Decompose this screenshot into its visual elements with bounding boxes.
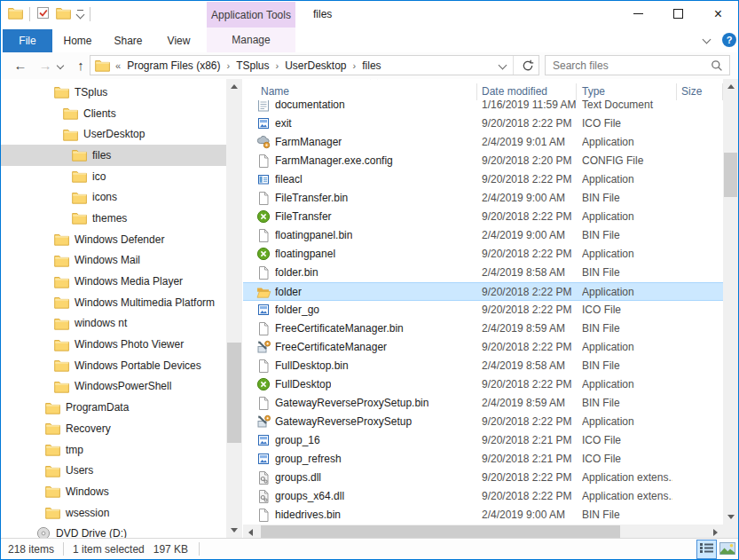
tab-share[interactable]: Share xyxy=(103,29,153,52)
tree-item-users[interactable]: Users xyxy=(1,460,226,481)
list-scrollbar-thumb[interactable] xyxy=(724,153,737,197)
search-icon[interactable] xyxy=(711,59,723,72)
tree-item-windows-defender[interactable]: Windows Defender xyxy=(1,229,226,250)
address-dropdown-chevron-icon[interactable] xyxy=(499,61,507,70)
list-scroll-down-icon[interactable] xyxy=(723,509,738,525)
tree-item-windows-photo-viewer[interactable]: Windows Photo Viewer xyxy=(1,334,226,355)
breadcrumb-prefix[interactable]: « xyxy=(115,60,121,71)
tree-item-dvd-drive-d-[interactable]: DVD Drive (D:) xyxy=(1,523,226,538)
tree-item-themes[interactable]: themes xyxy=(1,208,226,229)
list-hscrollbar-thumb[interactable] xyxy=(261,525,620,539)
file-row-gatewayreverseproxysetup-bin[interactable]: GatewayReverseProxySetup.bin2/4/2019 8:5… xyxy=(243,394,723,413)
file-row-hidedrives-bin[interactable]: hidedrives.bin2/4/2019 9:00 AMBIN File xyxy=(243,506,723,525)
search-input[interactable] xyxy=(546,59,711,72)
tree-scrollbar-thumb[interactable] xyxy=(227,343,241,443)
help-icon[interactable]: ? xyxy=(722,33,736,47)
tree-item-windowspowershell[interactable]: WindowsPowerShell xyxy=(1,376,226,398)
file-row-freecertificatemanager-bin[interactable]: FreeCertificateManager.bin2/4/2019 8:59 … xyxy=(243,319,723,338)
tree-item-tsplus[interactable]: TSplus xyxy=(1,82,226,103)
file-row-floatingpanel-bin[interactable]: floatingpanel.bin2/4/2019 9:00 AMBIN Fil… xyxy=(243,226,723,245)
close-button[interactable]: × xyxy=(698,1,738,27)
customize-qat-chevron-icon[interactable] xyxy=(77,10,83,18)
file-row-folder-go[interactable]: folder_go9/20/2018 2:22 PMICO File xyxy=(243,301,723,319)
tree-scrollbar[interactable] xyxy=(226,79,242,538)
file-row-fulldesktop[interactable]: FullDesktop9/20/2018 2:22 PMApplication xyxy=(243,375,723,394)
folder-icon xyxy=(45,485,60,498)
minimize-button[interactable] xyxy=(618,1,658,27)
file-row-folder-bin[interactable]: folder.bin2/4/2019 8:58 AMBIN File xyxy=(243,264,723,282)
thumbnails-view-button[interactable] xyxy=(717,540,737,559)
breadcrumb-segment[interactable]: files xyxy=(362,59,381,72)
recent-locations-chevron-icon[interactable] xyxy=(54,52,67,78)
breadcrumb-segment[interactable]: TSplus xyxy=(236,59,269,72)
column-header-date-modified[interactable]: Date modified xyxy=(477,83,577,100)
tree-item-windows[interactable]: Windows xyxy=(1,481,226,502)
file-row-filetransfer-bin[interactable]: FileTransfer.bin2/4/2019 9:00 AMBIN File xyxy=(243,189,723,208)
tab-file[interactable]: File xyxy=(3,29,52,52)
file-row-farmmanager-exe-config[interactable]: FarmManager.exe.config9/20/2018 2:20 PMC… xyxy=(243,152,723,170)
file-type: ICO File xyxy=(582,434,672,446)
tree-scroll-down-icon[interactable] xyxy=(226,523,242,538)
tree-item-files[interactable]: files xyxy=(1,145,226,166)
tab-view[interactable]: View xyxy=(153,29,204,52)
tree-item-icons[interactable]: icons xyxy=(1,186,226,208)
breadcrumb-separator-icon[interactable]: › xyxy=(276,60,279,71)
explorer-folder-icon[interactable] xyxy=(8,6,23,22)
breadcrumb-segment[interactable]: UserDesktop xyxy=(285,59,346,72)
tree-item-programdata[interactable]: ProgramData xyxy=(1,397,226,418)
file-row-gatewayreverseproxysetup[interactable]: GatewayReverseProxySetup9/20/2018 2:22 P… xyxy=(243,413,723,431)
navigation-toolbar: ← → ↑ « Program Files (x86)›TSplus›UserD… xyxy=(1,52,738,80)
item-count: 218 items xyxy=(8,543,54,556)
tree-item-recovery[interactable]: Recovery xyxy=(1,418,226,439)
breadcrumb-separator-icon[interactable]: › xyxy=(353,60,357,71)
breadcrumb-separator-icon[interactable]: › xyxy=(226,60,230,71)
file-row-groups-dll[interactable]: groups.dll9/20/2018 2:22 PMApplication e… xyxy=(243,469,723,487)
tab-manage[interactable]: Manage xyxy=(207,28,295,52)
column-header-name[interactable]: Name xyxy=(243,83,477,100)
close-icon: × xyxy=(714,7,722,21)
status-separator xyxy=(199,542,200,556)
tree-item-tmp[interactable]: tmp xyxy=(1,439,226,461)
list-vertical-scrollbar[interactable] xyxy=(723,79,738,525)
file-row-farmmanager[interactable]: FarmManager2/4/2019 9:01 AMApplication xyxy=(243,133,723,152)
tree-item-windows-mail[interactable]: Windows Mail xyxy=(1,250,226,272)
tree-item-clients[interactable]: Clients xyxy=(1,103,226,124)
folder-icon xyxy=(45,401,60,414)
properties-check-icon[interactable] xyxy=(36,5,50,22)
refresh-icon[interactable] xyxy=(522,59,534,72)
column-header-size[interactable]: Size xyxy=(677,83,723,100)
minimize-ribbon-chevron-icon[interactable] xyxy=(703,35,711,44)
new-folder-icon[interactable] xyxy=(56,6,71,22)
file-row-freecertificatemanager[interactable]: FreeCertificateManager9/20/2018 2:22 PMA… xyxy=(243,338,723,357)
tree-item-userdesktop[interactable]: UserDesktop xyxy=(1,123,226,145)
file-row-floatingpanel[interactable]: floatingpanel9/20/2018 2:22 PMApplicatio… xyxy=(243,245,723,264)
list-scroll-up-icon[interactable] xyxy=(723,79,738,94)
contextual-tab-group[interactable]: Application Tools xyxy=(207,2,295,28)
forward-button[interactable]: → xyxy=(35,52,56,78)
tree-item-windows-portable-devices[interactable]: Windows Portable Devices xyxy=(1,355,226,376)
tree-item-label: Users xyxy=(66,464,93,477)
file-row-fileacl[interactable]: fileacl9/20/2018 2:22 PMApplication xyxy=(243,170,723,189)
tree-item-ico[interactable]: ico xyxy=(1,166,226,187)
column-header-type[interactable]: Type xyxy=(577,83,677,100)
address-bar[interactable]: « Program Files (x86)›TSplus›UserDesktop… xyxy=(90,55,539,75)
up-button[interactable]: ↑ xyxy=(70,52,91,78)
file-row-group-refresh[interactable]: group_refresh9/20/2018 2:21 PMICO File xyxy=(243,450,723,469)
maximize-button[interactable] xyxy=(658,1,698,27)
breadcrumb-segment[interactable]: Program Files (x86) xyxy=(127,59,220,72)
file-row-fulldesktop-bin[interactable]: FullDesktop.bin2/4/2019 8:58 AMBIN File xyxy=(243,357,723,375)
file-row-folder[interactable]: folder9/20/2018 2:22 PMApplication xyxy=(243,282,723,301)
tree-item-label: Clients xyxy=(83,107,116,120)
tree-scroll-up-icon[interactable] xyxy=(226,79,242,94)
file-row-groups-x64-dll[interactable]: groups_x64.dll9/20/2018 2:22 PMApplicati… xyxy=(243,487,723,506)
tree-item-windows-multimedia-platform[interactable]: Windows Multimedia Platform xyxy=(1,292,226,313)
tab-home[interactable]: Home xyxy=(52,29,103,52)
file-row-filetransfer[interactable]: FileTransfer9/20/2018 2:22 PMApplication xyxy=(243,208,723,226)
tree-item-windows-nt[interactable]: windows nt xyxy=(1,313,226,335)
file-row-group-16[interactable]: group_169/20/2018 2:21 PMICO File xyxy=(243,431,723,450)
file-row-exit[interactable]: exit9/20/2018 2:22 PMICO File xyxy=(243,114,723,133)
tree-item-wsession[interactable]: wsession xyxy=(1,502,226,524)
tree-item-windows-media-player[interactable]: Windows Media Player xyxy=(1,271,226,292)
details-view-button[interactable] xyxy=(696,540,717,559)
back-button[interactable]: ← xyxy=(10,52,31,78)
